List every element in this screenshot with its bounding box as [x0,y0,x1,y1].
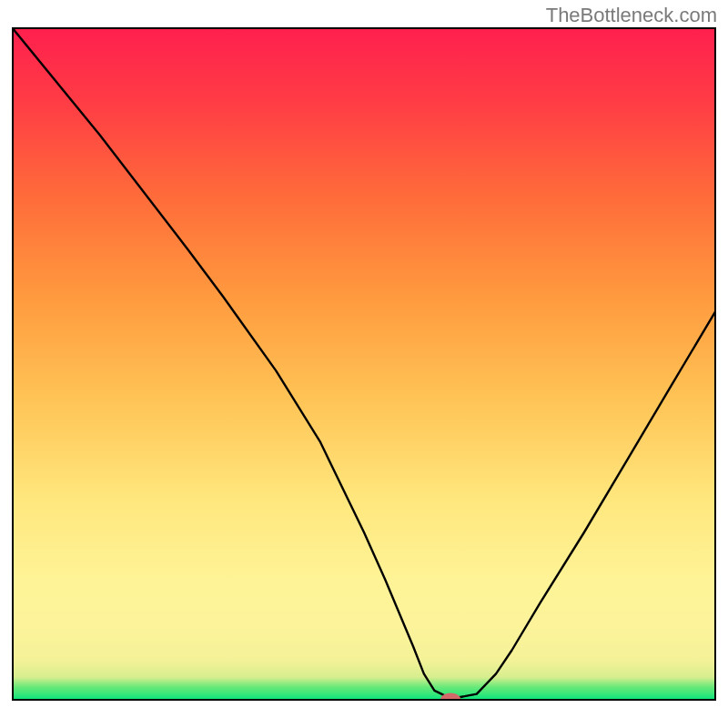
watermark-text: TheBottleneck.com [546,4,717,27]
gradient-plot-area [12,27,716,701]
chart-svg [12,27,716,701]
bottleneck-chart: TheBottleneck.com [0,0,728,728]
